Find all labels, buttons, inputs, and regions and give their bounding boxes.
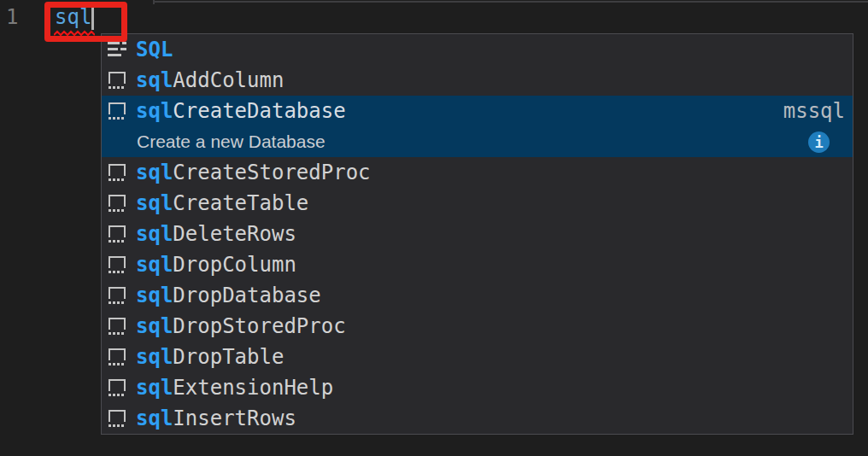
typed-text[interactable]: sql xyxy=(55,5,91,29)
editor-line-1[interactable]: 1 sql xyxy=(0,3,868,34)
suggest-widget: SQL sqlAddColumn sqlCreateDatabase mssql… xyxy=(101,33,853,435)
suggestion-description: Create a new Database xyxy=(137,132,326,152)
snippet-icon xyxy=(108,348,126,366)
snippet-icon xyxy=(108,286,126,305)
snippet-icon xyxy=(108,378,126,397)
snippet-icon xyxy=(108,409,126,428)
snippet-icon xyxy=(108,194,126,213)
suggestion-description-row: Create a new Database xyxy=(102,126,853,157)
suggestion-item[interactable]: sqlCreateTable xyxy=(102,188,853,219)
suggestion-item[interactable]: sqlDropTable xyxy=(102,342,853,372)
suggestion-label: sqlDropStoredProc xyxy=(136,311,346,342)
snippet-icon xyxy=(108,163,126,182)
suggestion-item[interactable]: sqlDropDatabase xyxy=(102,280,853,311)
editor-screen: 1 sql SQL sqlAddColumn sqlCreateDatabase… xyxy=(0,0,868,456)
suggestion-item[interactable]: sqlInsertRows xyxy=(102,403,853,434)
suggestion-label-row[interactable]: sqlAddColumn xyxy=(102,65,853,96)
suggestion-label: sqlDeleteRows xyxy=(136,219,296,249)
text-cursor xyxy=(91,6,94,30)
suggestion-label-row[interactable]: sqlDropDatabase xyxy=(102,280,853,311)
suggestion-label: sqlInsertRows xyxy=(136,403,296,434)
suggestion-label: sqlDropTable xyxy=(136,342,284,372)
suggestion-label: sqlCreateTable xyxy=(136,188,308,219)
suggestion-label-row[interactable]: sqlExtensionHelp xyxy=(102,372,853,403)
suggestion-label: SQL xyxy=(136,34,173,65)
suggestion-item[interactable]: sqlDropStoredProc xyxy=(102,311,853,342)
text-suggestion-icon xyxy=(108,40,126,59)
suggestion-label-row[interactable]: sqlDropColumn xyxy=(102,249,853,280)
suggestion-label: sqlAddColumn xyxy=(136,65,284,96)
suggestion-item[interactable]: sqlAddColumn xyxy=(102,65,853,96)
snippet-icon xyxy=(108,255,126,274)
suggestion-label: sqlCreateStoredProc xyxy=(136,157,371,188)
suggestion-item[interactable]: sqlExtensionHelp xyxy=(102,372,853,403)
snippet-icon xyxy=(108,102,126,120)
suggestion-item[interactable]: sqlCreateDatabase mssql Create a new Dat… xyxy=(102,96,853,157)
suggestion-detail: mssql xyxy=(783,99,853,123)
suggestion-label-row[interactable]: sqlCreateStoredProc xyxy=(102,157,853,188)
snippet-icon xyxy=(108,71,126,90)
suggestion-label-row[interactable]: sqlInsertRows xyxy=(102,403,853,434)
suggestion-item[interactable]: SQL xyxy=(102,34,853,65)
suggestion-label: sqlDropDatabase xyxy=(136,280,321,311)
snippet-icon xyxy=(108,317,126,336)
error-squiggle-icon xyxy=(54,30,95,38)
suggestion-item[interactable]: sqlDeleteRows xyxy=(102,219,853,249)
suggest-list: SQL sqlAddColumn sqlCreateDatabase mssql… xyxy=(102,34,853,434)
clipped-panel-border xyxy=(153,1,868,3)
snippet-icon xyxy=(108,225,126,243)
suggestion-label-row[interactable]: SQL xyxy=(102,34,853,65)
suggestion-label-row[interactable]: sqlCreateDatabase mssql xyxy=(102,96,853,126)
suggestion-label: sqlDropColumn xyxy=(136,249,296,280)
suggestion-label: sqlCreateDatabase xyxy=(136,96,346,126)
suggestion-label-row[interactable]: sqlDropTable xyxy=(102,342,853,372)
suggestion-label-row[interactable]: sqlCreateTable xyxy=(102,188,853,219)
info-icon[interactable] xyxy=(808,132,830,153)
suggestion-label-row[interactable]: sqlDeleteRows xyxy=(102,219,853,249)
line-number: 1 xyxy=(6,5,18,29)
suggestion-label: sqlExtensionHelp xyxy=(136,372,333,403)
suggestion-item[interactable]: sqlCreateStoredProc xyxy=(102,157,853,188)
suggestion-item[interactable]: sqlDropColumn xyxy=(102,249,853,280)
suggestion-label-row[interactable]: sqlDropStoredProc xyxy=(102,311,853,342)
